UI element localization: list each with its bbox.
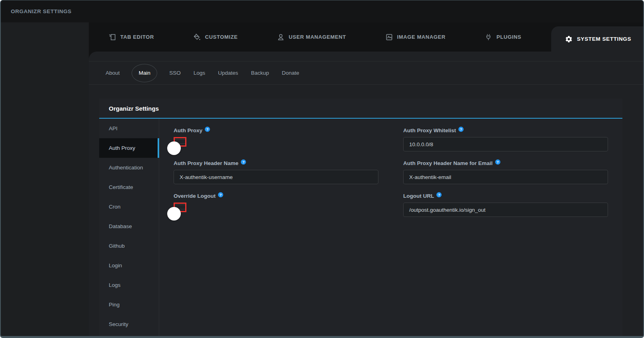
field-label-text: Logout URL (403, 193, 434, 199)
tab-plugins[interactable]: PLUGINS (484, 33, 521, 41)
main-tab-bar: TAB EDITOR CUSTOMIZE USER MANAGEMENT (89, 22, 643, 52)
field-label: Override Logout ? (174, 193, 378, 199)
topbar: ORGANIZR SETTINGS (1, 0, 643, 22)
help-icon[interactable]: ? (436, 192, 442, 197)
card-header: Organizr Settings (99, 99, 622, 119)
field-auth-proxy: Auth Proxy ? (174, 123, 378, 151)
customize-icon (193, 33, 201, 41)
nav-item-logs[interactable]: Logs (99, 275, 159, 295)
subtab-updates[interactable]: Updates (217, 68, 239, 78)
subtab-bar: About Main SSO Logs Updates Backup Donat… (89, 61, 643, 85)
nav-item-ping[interactable]: Ping (99, 295, 159, 314)
active-indicator (158, 138, 159, 158)
auth-proxy-header-email-input[interactable] (403, 170, 608, 184)
auth-proxy-form: Auth Proxy ? (159, 119, 622, 336)
field-label: Auth Proxy Header Name for Email ? (403, 160, 608, 166)
field-auth-proxy-whitelist: Auth Proxy Whitelist ? (403, 123, 608, 151)
field-label-text: Override Logout (174, 193, 216, 199)
field-label: Auth Proxy Header Name ? (174, 160, 378, 166)
tab-customize[interactable]: CUSTOMIZE (193, 33, 238, 41)
card-title: Organizr Settings (109, 105, 159, 112)
tab-image-manager[interactable]: IMAGE MANAGER (385, 33, 446, 41)
nav-item-certificate[interactable]: Certificate (99, 177, 159, 197)
toggle-knob (167, 207, 181, 221)
field-label-text: Auth Proxy Header Name for Email (403, 160, 493, 166)
image-icon (385, 33, 393, 41)
tab-label: USER MANAGEMENT (289, 34, 346, 40)
settings-nav: API Auth Proxy Authentication Certificat… (99, 119, 159, 336)
help-icon[interactable]: ? (205, 127, 210, 132)
subtab-donate[interactable]: Donate (281, 68, 300, 78)
field-logout-url: Logout URL ? (403, 189, 608, 217)
nav-item-github[interactable]: Github (99, 236, 159, 256)
field-auth-proxy-header-name: Auth Proxy Header Name ? (174, 156, 378, 184)
plug-icon (484, 33, 492, 41)
toggle-focus-outline (175, 139, 185, 144)
field-label-text: Auth Proxy (174, 127, 202, 133)
nav-item-label: Auth Proxy (109, 145, 135, 151)
field-label-text: Auth Proxy Header Name (174, 160, 238, 166)
tab-label: TAB EDITOR (120, 34, 154, 40)
toggle-focus-outline (175, 205, 185, 209)
left-sidebar-spacer (1, 22, 89, 336)
logout-url-input[interactable] (403, 203, 608, 217)
user-icon (277, 33, 285, 41)
nav-item-login[interactable]: Login (99, 256, 159, 275)
highlight-red-box (174, 137, 186, 147)
field-override-logout: Override Logout ? (174, 189, 378, 217)
highlight-red-box (174, 203, 186, 212)
tab-tab-editor[interactable]: TAB EDITOR (108, 33, 154, 41)
subtab-main[interactable]: Main (132, 64, 157, 82)
subtab-backup[interactable]: Backup (250, 68, 270, 78)
subtab-logs[interactable]: Logs (193, 68, 206, 78)
nav-item-auth-proxy[interactable]: Auth Proxy (99, 138, 159, 158)
field-label: Auth Proxy ? (174, 127, 378, 133)
auth-proxy-header-name-input[interactable] (174, 170, 378, 184)
tab-editor-icon (108, 33, 116, 41)
auth-proxy-whitelist-input[interactable] (403, 137, 608, 151)
tab-user-management[interactable]: USER MANAGEMENT (277, 33, 346, 41)
nav-item-authentication[interactable]: Authentication (99, 158, 159, 177)
tab-system-settings[interactable]: SYSTEM SETTINGS (551, 26, 643, 52)
help-icon[interactable]: ? (218, 192, 223, 197)
toggle-knob (167, 141, 181, 155)
help-icon[interactable]: ? (458, 127, 464, 132)
field-label: Logout URL ? (403, 193, 608, 199)
organizr-settings-window: ORGANIZR SETTINGS TAB EDITOR (0, 0, 644, 338)
tab-label: SYSTEM SETTINGS (577, 36, 631, 42)
subtab-about[interactable]: About (105, 68, 120, 78)
nav-item-api[interactable]: API (99, 119, 159, 138)
nav-item-security[interactable]: Security (99, 314, 159, 334)
field-label: Auth Proxy Whitelist ? (403, 127, 608, 133)
field-label-text: Auth Proxy Whitelist (403, 127, 456, 133)
nav-item-database[interactable]: Database (99, 217, 159, 236)
tab-label: CUSTOMIZE (205, 34, 238, 40)
help-icon[interactable]: ? (495, 159, 500, 165)
nav-item-cron[interactable]: Cron (99, 197, 159, 217)
subtab-sso[interactable]: SSO (168, 68, 182, 78)
field-auth-proxy-header-email: Auth Proxy Header Name for Email ? (403, 156, 608, 184)
system-settings-panel: About Main SSO Logs Updates Backup Donat… (89, 52, 643, 336)
gear-icon (565, 35, 573, 43)
tab-label: IMAGE MANAGER (397, 34, 446, 40)
tab-label: PLUGINS (496, 34, 521, 40)
help-icon[interactable]: ? (241, 159, 246, 165)
page-title: ORGANIZR SETTINGS (11, 8, 72, 14)
organizr-settings-card: Organizr Settings API Auth Proxy Authent… (99, 99, 622, 336)
